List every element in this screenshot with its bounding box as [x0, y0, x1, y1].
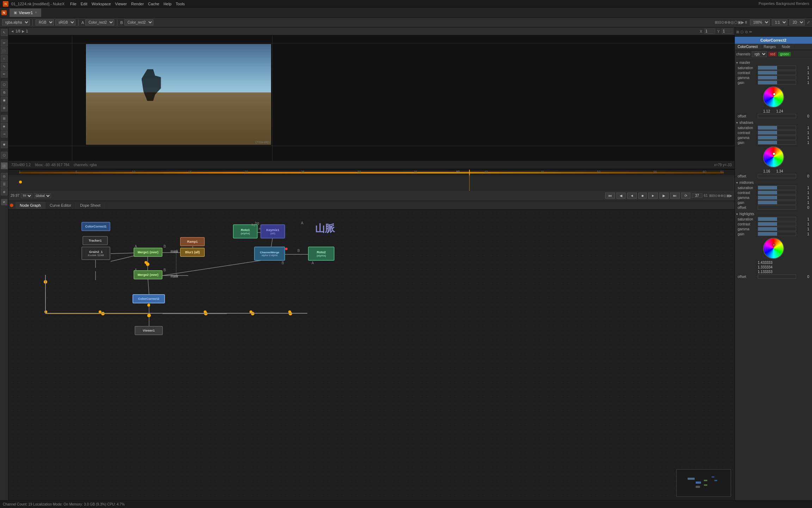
tool-select[interactable]: ↖ — [1, 29, 8, 36]
tool-viewer[interactable]: ◫ — [1, 162, 8, 169]
highlights-section-header[interactable]: highlights — [736, 211, 811, 217]
zoom-select[interactable]: 100% — [750, 19, 770, 25]
midtones-section-header[interactable]: midtones — [736, 180, 811, 185]
midtones-gam-bar[interactable] — [758, 195, 796, 200]
node-keymix1[interactable]: Keymix1 (all) — [260, 224, 285, 238]
menu-tools[interactable]: Tools — [176, 2, 185, 6]
viewer1-tab-close[interactable]: × — [35, 11, 37, 14]
channels-select[interactable]: rgb — [752, 51, 767, 57]
node-roto1[interactable]: Roto1 (alpha) — [233, 224, 258, 238]
tool-add[interactable]: ⊞ — [1, 115, 8, 122]
prop-icon2[interactable]: ⬡ — [740, 30, 744, 34]
tool-pen[interactable]: ✏ — [1, 71, 8, 78]
mode-select2[interactable]: Global — [34, 193, 51, 198]
viewer-image[interactable]: (720x480) — [86, 44, 271, 145]
menu-file[interactable]: File — [70, 2, 76, 6]
play-back-btn[interactable]: ◄ — [627, 193, 637, 199]
timeline-keyframe-area[interactable] — [8, 175, 734, 191]
node-tracker1[interactable]: Tracker1 — [82, 236, 108, 245]
midtones-sat-bar[interactable] — [758, 186, 796, 190]
node-graph-area[interactable]: bg B bg A B A B B A A mask mask ColorCor… — [8, 210, 734, 500]
node-ramp1[interactable]: Ramp1 — [180, 237, 205, 246]
current-frame-marker[interactable] — [469, 170, 470, 175]
tool-paint[interactable]: ⬡ — [1, 81, 8, 88]
tool-misc2[interactable]: ☰ — [1, 181, 8, 188]
fps-select[interactable]: TF — [21, 193, 32, 198]
tool-ellipse[interactable]: ○ — [1, 55, 8, 62]
shadows-offset-bar[interactable] — [758, 174, 796, 178]
tool-cut[interactable]: ✂ — [1, 40, 8, 47]
y-input[interactable] — [722, 29, 732, 34]
master-sat-bar[interactable] — [758, 66, 796, 70]
red-channel-badge[interactable]: red — [768, 52, 777, 56]
shadows-section-header[interactable]: shadows — [736, 120, 811, 125]
midtones-con-bar[interactable] — [758, 190, 796, 195]
menu-viewer[interactable]: Viewer — [115, 2, 127, 6]
tool-roto[interactable]: ◈ — [1, 123, 8, 130]
hl-con-bar[interactable] — [758, 222, 796, 226]
node-colorcorrect1[interactable]: ColorCorrect1 — [81, 222, 110, 231]
tab-dope-sheet[interactable]: Dope Sheet — [76, 202, 105, 209]
workspace-btn[interactable]: S — [1, 199, 7, 205]
colorspace-out-select[interactable]: sRGB — [55, 19, 75, 25]
master-color-dot[interactable] — [773, 93, 776, 96]
menu-render[interactable]: Render — [131, 2, 144, 6]
menu-cache[interactable]: Cache — [148, 2, 159, 6]
tool-reveal[interactable]: ◉ — [1, 97, 8, 104]
timeline-area[interactable]: 1 5 10 15 20 25 30 35 37 40 45 50 55 60 … — [8, 169, 734, 190]
tool-rect[interactable]: ⬚ — [1, 47, 8, 54]
hl-gain-bar[interactable] — [758, 232, 796, 236]
channel-select[interactable]: rgba.alpha — [2, 19, 30, 25]
skip-start-btn[interactable]: ⏮ — [605, 193, 615, 199]
node-blur1[interactable]: Blur1 (all) — [180, 248, 205, 257]
green-channel-badge[interactable]: green — [778, 52, 791, 56]
tool-blur-tool[interactable]: ⊕ — [1, 104, 8, 111]
x-input[interactable] — [705, 29, 715, 34]
tab-node-graph[interactable]: Node Graph — [16, 202, 45, 209]
highlights-color-dot[interactable] — [773, 243, 775, 246]
shadows-gam-bar[interactable] — [758, 135, 796, 140]
menu-workspace[interactable]: Workspace — [92, 2, 111, 6]
hl-offset-bar[interactable] — [758, 274, 796, 279]
kf-1[interactable] — [19, 181, 22, 183]
highlights-color-wheel[interactable] — [763, 238, 784, 259]
prop-tab-ranges[interactable]: Ranges — [761, 44, 779, 50]
mode-select[interactable]: 2D — [789, 19, 805, 25]
node-roto2[interactable]: Roto2 (alpha) — [308, 247, 334, 261]
prop-icon3[interactable]: ⊙ — [745, 30, 748, 34]
node-viewer1[interactable]: Viewer1 — [135, 326, 163, 335]
shadows-con-bar[interactable] — [758, 131, 796, 135]
midtones-offset-bar[interactable] — [758, 205, 796, 210]
ratio-select[interactable]: 1:1 — [772, 19, 787, 25]
master-color-wheel[interactable] — [763, 86, 784, 108]
next-frame-btn[interactable]: ▶ — [659, 193, 669, 199]
shadows-sat-bar[interactable] — [758, 126, 796, 130]
tool-misc1[interactable]: ⊙ — [1, 173, 8, 180]
master-gain-bar[interactable] — [758, 80, 796, 85]
skip-end-btn[interactable]: ⏭ — [670, 193, 680, 199]
node-merge2[interactable]: Merge2 (over) — [134, 270, 162, 279]
hl-sat-bar[interactable] — [758, 217, 796, 221]
viewer1-tab[interactable]: ▣ Viewer1 × — [10, 8, 42, 17]
tool-clone[interactable]: ⧉ — [1, 89, 8, 96]
stop-btn[interactable]: ■ — [638, 193, 647, 199]
node-merge1[interactable]: Merge1 (over) — [134, 248, 162, 257]
shadows-gain-bar[interactable] — [758, 140, 796, 145]
colorspace-in-select[interactable]: RGB — [36, 19, 54, 25]
prop-tab-node[interactable]: Node — [779, 44, 793, 50]
node-colorcorrect2[interactable]: ColorCorrect2 — [133, 294, 165, 303]
play-fwd-btn[interactable]: ► — [648, 193, 658, 199]
menu-help[interactable]: Help — [164, 2, 172, 6]
input-b-select[interactable]: Color_rect2 — [124, 19, 153, 25]
master-offset-bar[interactable] — [758, 114, 796, 118]
tool-node-editor[interactable]: ⬡ — [1, 152, 8, 159]
input-a-select[interactable]: Color_rect2 — [85, 19, 114, 25]
shadows-color-wheel[interactable] — [763, 146, 784, 168]
tool-track[interactable]: ⊸ — [1, 131, 8, 138]
node-channelmerge[interactable]: ChannelMerge alpha U alpha — [254, 247, 285, 261]
loop-btn[interactable]: ⟳ — [681, 193, 690, 199]
tab-curve-editor[interactable]: Curve Editor — [45, 202, 76, 209]
hl-gam-bar[interactable] — [758, 227, 796, 231]
menu-edit[interactable]: Edit — [81, 2, 87, 6]
master-section-header[interactable]: master — [736, 60, 811, 65]
